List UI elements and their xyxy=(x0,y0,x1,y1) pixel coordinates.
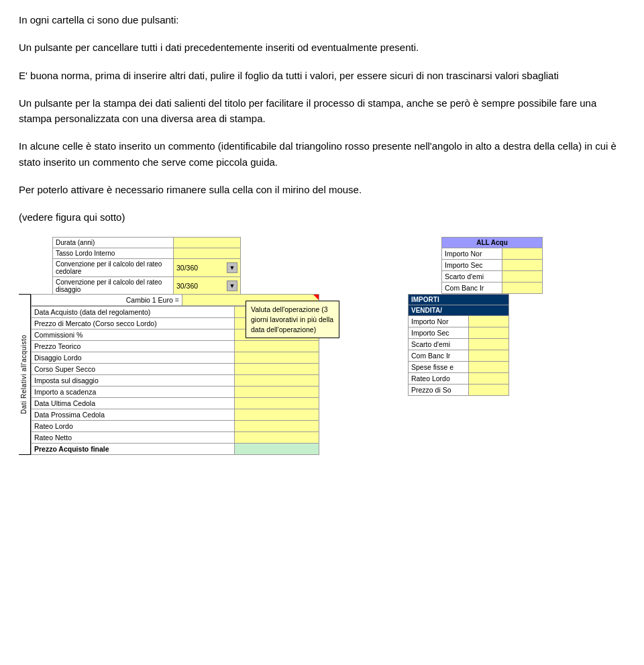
tr-value-2[interactable] xyxy=(502,271,543,283)
main-label-10: Rateo Lordo xyxy=(32,421,235,432)
red-triangle-icon xyxy=(313,295,319,300)
right-row-5-label: Rateo Lordo xyxy=(409,373,469,385)
right-row-0-value[interactable] xyxy=(469,316,509,327)
main-label-6: Imposta sul disaggio xyxy=(32,375,235,387)
right-row-5-value[interactable] xyxy=(469,373,509,385)
top-left-value-0[interactable] xyxy=(174,238,241,248)
right-row-4-label: Spese fisse e xyxy=(409,362,469,373)
tr-value-1[interactable] xyxy=(502,260,543,271)
top-left-label-3: Convenzione per il calcolo del rateo dis… xyxy=(53,277,174,295)
right-row-0-label: Importo Nor xyxy=(409,316,469,327)
tr-label-3: Com Banc Ir xyxy=(442,283,502,294)
main-value-8[interactable] xyxy=(234,398,319,409)
paragraph-4: Un pulsante per la stampa dei dati salie… xyxy=(19,95,625,127)
main-label-0: Data Acquisto (data del regolamento) xyxy=(32,307,235,318)
right-data-table: IMPORTI VENDITA/ Importo Nor Importo Sec xyxy=(408,294,509,396)
right-row-1-value[interactable] xyxy=(469,327,509,339)
right-row-3-label: Com Banc Ir xyxy=(409,350,469,362)
tr-value-3[interactable] xyxy=(502,283,543,294)
top-right-table: ALL Acqu Importo Nor Importo Sec Scarto … xyxy=(441,237,543,294)
right-section: IMPORTI VENDITA/ Importo Nor Importo Sec xyxy=(408,294,509,396)
top-right-header: ALL Acqu xyxy=(442,238,543,248)
top-left-table: Durata (anni)Tasso Lordo InternoConvenzi… xyxy=(52,237,241,295)
main-label-3: Prezzo Teorico xyxy=(32,341,235,352)
right-header-1: IMPORTI xyxy=(409,295,509,305)
tr-label-0: Importo Nor xyxy=(442,248,502,260)
paragraph-2: Un pulsante per cancellare tutti i dati … xyxy=(19,40,625,55)
cambio-label-cell: Cambio 1 Euro = xyxy=(32,295,182,306)
main-label-9: Data Prossima Cedola xyxy=(32,409,235,421)
right-row-6-value[interactable] xyxy=(469,385,509,396)
main-value-5[interactable] xyxy=(234,364,319,375)
right-row-6-label: Prezzo di So xyxy=(409,385,469,396)
main-label-11: Rateo Netto xyxy=(32,432,235,444)
main-label-5: Corso Super Secco xyxy=(32,364,235,375)
main-label-4: Disaggio Lordo xyxy=(32,352,235,364)
tr-label-1: Importo Sec xyxy=(442,260,502,271)
tr-value-0[interactable] xyxy=(502,248,543,260)
top-left-label-2: Convenzione per il calcolo del rateo ced… xyxy=(53,259,174,277)
top-left-label-1: Tasso Lordo Interno xyxy=(53,248,174,259)
main-label-7: Importo a scadenza xyxy=(32,387,235,398)
right-row-4-value[interactable] xyxy=(469,362,509,373)
paragraph-1: In ogni cartella ci sono due pulsanti: xyxy=(19,12,625,28)
right-header-2: VENDITA/ xyxy=(409,305,509,316)
figure-area: Durata (anni)Tasso Lordo InternoConvenzi… xyxy=(19,237,623,485)
right-row-3-value[interactable] xyxy=(469,350,509,362)
rotated-section-label: Dati Relativi all'acquisto xyxy=(19,294,31,455)
main-label-1: Prezzo di Mercato (Corso secco Lordo) xyxy=(32,318,235,329)
top-left-label-0: Durata (anni) xyxy=(53,238,174,248)
right-row-1-label: Importo Sec xyxy=(409,327,469,339)
main-label-2: Commissioni % xyxy=(32,329,235,341)
main-value-12[interactable] xyxy=(234,444,319,455)
main-value-7[interactable] xyxy=(234,387,319,398)
paragraph-7: (vedere figura qui sotto) xyxy=(19,209,625,225)
main-value-11[interactable] xyxy=(234,432,319,444)
top-left-value-3[interactable]: 30/360▼ xyxy=(174,277,241,295)
paragraph-5: In alcune celle è stato inserito un comm… xyxy=(19,138,625,170)
main-value-3[interactable] xyxy=(234,341,319,352)
main-label-12: Prezzo Acquisto finale xyxy=(32,444,235,455)
main-value-10[interactable] xyxy=(234,421,319,432)
main-value-6[interactable] xyxy=(234,375,319,387)
top-left-value-2[interactable]: 30/360▼ xyxy=(174,259,241,277)
paragraph-6: Per poterlo attivare è necessario rimane… xyxy=(19,182,625,197)
paragraph-3: E' buona norma, prima di inserire altri … xyxy=(19,68,625,83)
top-left-value-1[interactable] xyxy=(174,248,241,259)
right-row-2-label: Scarto d'emi xyxy=(409,339,469,350)
tr-label-2: Scarto d'emi xyxy=(442,271,502,283)
main-label-8: Data Ultima Cedola xyxy=(32,398,235,409)
main-value-9[interactable] xyxy=(234,409,319,421)
dropdown-arrow-icon[interactable]: ▼ xyxy=(227,262,237,273)
dropdown-arrow-icon[interactable]: ▼ xyxy=(227,280,237,291)
tooltip-box: Valuta dell'operazione (3 giorni lavorat… xyxy=(246,301,339,338)
right-row-2-value[interactable] xyxy=(469,339,509,350)
main-value-4[interactable] xyxy=(234,352,319,364)
